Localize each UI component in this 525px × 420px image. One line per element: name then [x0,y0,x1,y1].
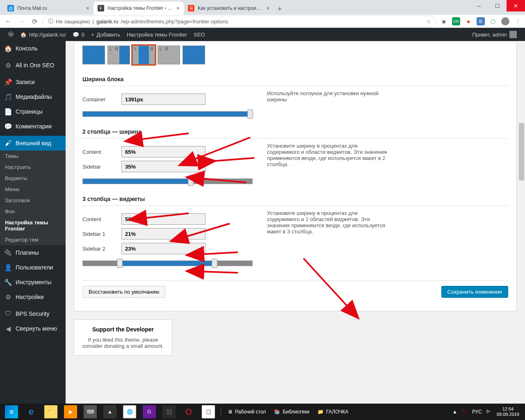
wp-logo[interactable]: ⓦ [5,28,17,41]
tb-opera[interactable]: O [179,404,199,420]
tb-media[interactable]: ▶ [61,404,80,420]
tb-app[interactable]: G [139,404,159,420]
sub-header[interactable]: Заголовок [0,195,66,206]
close-icon[interactable]: × [267,5,270,11]
ext-icon[interactable]: ▣ [440,17,448,25]
menu-media[interactable]: 🎵Медиафайлы [0,89,66,104]
menu-users[interactable]: 👤Пользователи [0,260,66,275]
forward-button[interactable]: → [16,16,26,26]
clock[interactable]: 12:54 09.09.2019 [493,406,523,417]
tb-ie[interactable]: e [21,404,41,420]
lang-indicator[interactable]: РУС [470,409,484,415]
start-button[interactable]: ⊞ [2,404,21,420]
tb-app[interactable]: ⬛ [159,404,179,420]
tb-app[interactable]: 📋 [199,404,218,420]
browser-tab-active[interactable]: F Настройка темы Frontier ‹ http… × [94,2,184,15]
maximize-button[interactable]: ☐ [488,0,507,11]
tb-folder[interactable]: 📁 ГАЛОЧКА [313,404,352,420]
save-button[interactable]: Сохранить изменения [441,286,509,298]
sub-menus[interactable]: Меню [0,184,66,195]
url-path: /wp-admin/themes.php?page=frontier-optio… [121,18,228,25]
layout-option-selected[interactable]: LR [132,46,155,64]
ext-icon[interactable]: ◯ [489,17,497,25]
menu-aioseo[interactable]: ⚙All in One SEO [0,58,66,73]
user-icon: 👤 [4,263,12,272]
support-text: If you liked this theme, please consider… [80,337,166,349]
tab-title: Почта Mail.ru [17,5,83,11]
menu-collapse[interactable]: ◀Свернуть меню [0,321,66,336]
menu-icon[interactable]: ⋮ [514,17,522,25]
tb-desktop[interactable]: 🖥 Рабочий стол [224,404,270,420]
sub-themes[interactable]: Темы [0,151,66,162]
scrollbar[interactable] [518,41,525,404]
menu-posts[interactable]: 📌Записи [0,75,66,89]
menu-settings[interactable]: ⚙Настройки [0,290,66,304]
browser-tab[interactable]: Я Как установить и настроить те… × [184,2,274,15]
layout-option[interactable]: LR [158,46,180,64]
tray-icon[interactable]: ▲ [450,404,460,420]
three-s2-input[interactable] [121,243,205,254]
sliders-icon: ⚙ [4,293,12,301]
address-bar: ← → ⟳ ⓘ Не защищено | galank.ru/wp-admin… [0,15,525,28]
seo-link[interactable]: SEO [190,28,208,41]
reset-button[interactable]: Восстановить по умолчанию [82,286,165,298]
sub-editor[interactable]: Редактор тем [0,234,66,245]
three-content-input[interactable] [121,213,205,225]
two-content-label: Content [82,149,121,155]
reload-button[interactable]: ⟳ [30,16,39,26]
url-domain: galank.ru [96,18,118,25]
user-greeting[interactable]: Привет, admin [469,28,520,41]
close-icon[interactable]: × [176,5,180,11]
layout-option[interactable] [82,46,105,64]
site-link[interactable]: 🏠 http://galank.ru/ [17,28,69,41]
layout-option[interactable]: LR [107,46,130,64]
sub-widgets[interactable]: Виджеты [0,173,66,184]
tb-libraries[interactable]: 📚 Библиотеки [270,404,313,420]
tray-icon[interactable]: 🛡 [460,404,470,420]
sub-frontier[interactable]: Настройка темы Frontier [0,217,66,234]
ext-icon[interactable]: ON [452,17,460,25]
sub-background[interactable]: Фон [0,206,66,217]
tb-app[interactable]: ▲ [100,404,120,420]
theme-settings-link[interactable]: Настройка темы Frontier [123,28,190,41]
section-block-width: Ширина блока [82,73,508,86]
two-col-slider[interactable] [82,178,253,184]
container-slider[interactable] [82,111,253,117]
tray-icon[interactable]: 🏳 [484,404,493,420]
menu-pages[interactable]: 📄Страницы [0,104,66,119]
menu-appearance[interactable]: 🖌Внешний вид [0,136,66,151]
gear-icon: ⚙ [4,61,12,69]
close-icon[interactable]: × [86,5,89,11]
add-new[interactable]: + Добавить [88,28,123,41]
comments-link[interactable]: 💬 0 [69,28,88,41]
three-col-slider[interactable] [82,260,253,266]
tb-app[interactable]: ⌨ [80,404,100,420]
ext-icon[interactable]: B [477,17,485,25]
browser-tab[interactable]: @ Почта Mail.ru × [3,2,94,15]
two-sidebar-input[interactable] [121,161,205,172]
menu-bps[interactable]: 🛡BPS Security [0,306,66,321]
menu-dashboard[interactable]: 🏠Консоль [0,41,66,56]
menu-tools[interactable]: 🔧Инструменты [0,275,66,290]
menu-plugins[interactable]: 🔌Плагины [0,245,66,260]
menu-comments[interactable]: 💬Комментарии [0,119,66,134]
new-tab-button[interactable]: + [274,3,285,15]
extensions: ▣ ON ◆ B ◯ ⋮ [440,17,522,25]
tb-explorer[interactable]: 📁 [41,404,61,420]
tb-chrome[interactable]: 🌐 [120,404,139,420]
avatar-icon[interactable] [501,17,509,25]
close-button[interactable]: ✕ [507,0,525,11]
security-label: Не защищено [56,18,90,25]
plug-icon: 🔌 [4,249,12,257]
sub-customize[interactable]: Настроить [0,162,66,173]
star-icon[interactable]: ☆ [426,18,431,25]
url-field[interactable]: ⓘ Не защищено | galank.ru/wp-admin/theme… [43,16,436,27]
three-s1-input[interactable] [121,228,205,240]
ext-icon[interactable]: ◆ [464,17,472,25]
two-content-input[interactable] [121,146,205,158]
submenu-appearance: Темы Настроить Виджеты Меню Заголовок Фо… [0,151,66,245]
layout-option[interactable] [183,46,205,64]
container-input[interactable] [121,94,205,105]
minimize-button[interactable]: ─ [470,0,488,11]
back-button[interactable]: ← [3,16,13,26]
